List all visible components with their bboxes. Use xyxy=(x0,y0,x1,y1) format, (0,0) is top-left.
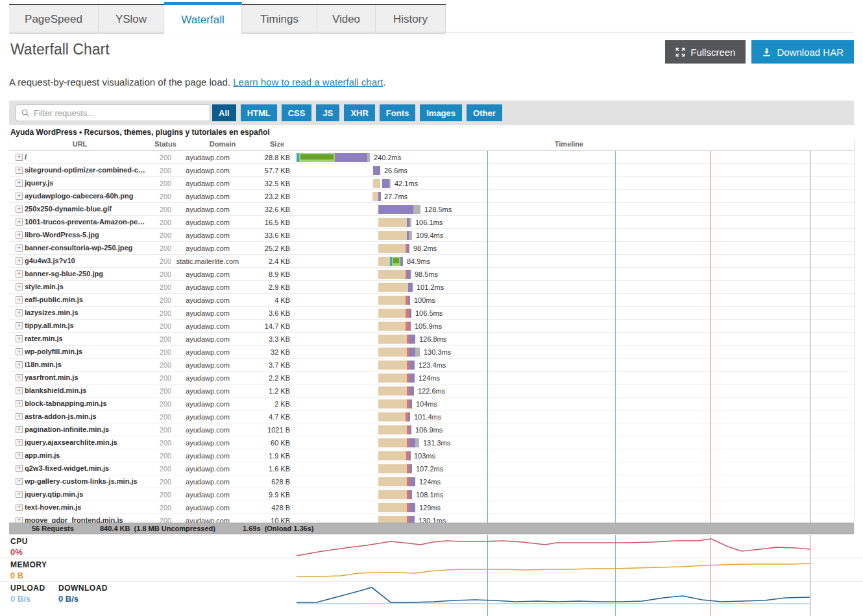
request-size: 1.6 KB xyxy=(247,465,290,473)
request-url: rater.min.js xyxy=(25,335,63,342)
summary-total-time: 1.69s (Onload 1.36s) xyxy=(243,525,313,532)
expand-row-button[interactable]: + xyxy=(16,465,23,472)
table-row: +q2w3-fixed-widget.min.js200ayudawp.com1… xyxy=(9,462,854,475)
expand-row-button[interactable]: + xyxy=(16,517,23,523)
waterfall-segment-waiting xyxy=(409,386,414,396)
expand-row-button[interactable]: + xyxy=(16,322,23,329)
waterfall-segment-waiting xyxy=(409,438,415,447)
filter-button-js[interactable]: JS xyxy=(316,104,339,121)
waterfall-help-link[interactable]: Learn how to read a waterfall chart xyxy=(233,77,383,88)
download-har-button-label: Download HAR xyxy=(777,47,844,58)
table-row: +jquery.ajaxsearchlite.min.js200ayudawp.… xyxy=(9,436,854,449)
onload-line xyxy=(711,151,711,523)
filter-button-images[interactable]: Images xyxy=(420,104,462,121)
expand-row-button[interactable]: + xyxy=(16,400,23,407)
request-size: 2.9 KB xyxy=(247,283,290,291)
request-domain: ayudawp.com xyxy=(169,244,247,252)
request-url: q2w3-fixed-widget.min.js xyxy=(25,464,109,472)
request-url: astra-addon-js.min.js xyxy=(25,412,97,420)
request-size: 3.7 KB xyxy=(247,361,290,369)
tabbar-divider xyxy=(9,32,854,32)
request-time: 101.2ms xyxy=(417,283,444,291)
download-icon xyxy=(762,47,772,57)
table-row: +yasrfront.min.js200ayudawp.com2.2 KB124… xyxy=(9,372,854,385)
request-domain: ayudawp.com xyxy=(169,219,247,226)
fullscreen-button[interactable]: Fullscreen xyxy=(665,40,746,64)
expand-row-button[interactable]: + xyxy=(16,426,23,433)
expand-row-button[interactable]: + xyxy=(16,154,23,161)
tab-yslow[interactable]: YSlow xyxy=(99,5,164,34)
filter-button-html[interactable]: HTML xyxy=(241,104,277,121)
memory-value: 0 B xyxy=(10,571,23,580)
request-domain: ayudawp.com xyxy=(169,465,247,473)
expand-row-button[interactable]: + xyxy=(16,309,23,316)
expand-row-button[interactable]: + xyxy=(16,296,23,303)
request-size: 16.5 KB xyxy=(247,219,290,226)
summary-bar: 56 Requests 840.4 KB (1.8 MB Uncompresse… xyxy=(9,523,854,534)
request-size: 60 KB xyxy=(247,439,290,447)
filter-button-fonts[interactable]: Fonts xyxy=(380,104,415,121)
request-time: 106.5ms xyxy=(415,309,443,317)
request-rows: +/200ayudawp.com28.8 KB240.2ms+sitegroun… xyxy=(0,151,863,523)
expand-row-button[interactable]: + xyxy=(16,452,23,459)
tab-history[interactable]: History xyxy=(376,5,446,34)
expand-row-button[interactable]: + xyxy=(16,257,23,265)
expand-row-button[interactable]: + xyxy=(16,167,23,174)
waterfall-segment-waiting xyxy=(373,166,380,175)
table-row: +i18n.min.js200ayudawp.com3.7 KB123.4ms xyxy=(9,359,854,372)
filter-button-css[interactable]: CSS xyxy=(282,104,312,121)
table-row: +jquery.js200ayudawp.com32.5 KB42.1ms xyxy=(9,177,854,190)
request-time: 122.6ms xyxy=(418,387,445,395)
filter-requests-input[interactable] xyxy=(34,108,204,118)
tab-waterfall[interactable]: Waterfall xyxy=(164,2,242,35)
expand-row-button[interactable]: + xyxy=(16,270,23,278)
expand-row-button[interactable]: + xyxy=(16,413,23,420)
expand-row-button[interactable]: + xyxy=(16,180,23,187)
expand-row-button[interactable]: + xyxy=(16,387,23,394)
filter-bar: AllHTMLCSSJSXHRFontsImagesOther xyxy=(9,101,854,125)
request-domain: ayudawp.com xyxy=(169,478,247,486)
expand-row-button[interactable]: + xyxy=(16,193,23,200)
table-header: URLStatusDomainSizeTimeline xyxy=(9,139,854,151)
expand-row-button[interactable]: + xyxy=(16,219,23,226)
waterfall-segment-blocking xyxy=(378,516,407,523)
request-domain: ayudawp.com xyxy=(169,439,247,447)
request-domain: ayudawp.com xyxy=(169,270,247,278)
request-time: 108.1ms xyxy=(416,491,443,499)
expand-row-button[interactable]: + xyxy=(16,244,23,252)
expand-row-button[interactable]: + xyxy=(16,504,23,511)
waterfall-segment-blocking xyxy=(378,386,407,396)
expand-row-button[interactable]: + xyxy=(16,206,23,213)
expand-row-button[interactable]: + xyxy=(16,491,23,498)
expand-row-button[interactable]: + xyxy=(16,478,23,485)
expand-row-button[interactable]: + xyxy=(16,348,23,355)
request-size: 1021 B xyxy=(247,426,290,434)
column-header-timeline: Timeline xyxy=(297,140,842,148)
expand-row-button[interactable]: + xyxy=(16,231,23,239)
waterfall-segment-blocking xyxy=(378,373,407,383)
request-size: 8.9 KB xyxy=(247,270,290,278)
filter-button-xhr[interactable]: XHR xyxy=(344,104,374,121)
download-value: 0 B/s xyxy=(58,594,79,604)
waterfall-segment-blocking xyxy=(378,503,407,512)
download-label: DOWNLOAD xyxy=(58,584,108,593)
tab-video[interactable]: Video xyxy=(317,5,376,34)
waterfall-segment-waiting xyxy=(409,322,411,331)
expand-row-button[interactable]: + xyxy=(16,374,23,381)
table-row: +wp-polyfill.min.js200ayudawp.com32 KB13… xyxy=(9,346,854,359)
request-domain: ayudawp.com xyxy=(169,387,247,395)
expand-row-button[interactable]: + xyxy=(16,335,23,342)
upload-value: 0 B/s xyxy=(10,594,30,604)
waterfall-segment-blocking xyxy=(372,192,378,201)
expand-row-button[interactable]: + xyxy=(16,283,23,290)
tab-pagespeed[interactable]: PageSpeed xyxy=(9,5,99,34)
request-time: 42.1ms xyxy=(395,180,418,187)
tab-timings[interactable]: Timings xyxy=(242,5,317,34)
filter-button-other[interactable]: Other xyxy=(467,104,502,121)
expand-row-button[interactable]: + xyxy=(16,361,23,368)
table-row: +app.min.js200ayudawp.com1.9 KB103ms xyxy=(9,449,854,462)
download-har-button[interactable]: Download HAR xyxy=(751,40,854,64)
filter-button-all[interactable]: All xyxy=(212,104,236,121)
request-url: banner-sg-blue-250.jpg xyxy=(25,270,103,278)
expand-row-button[interactable]: + xyxy=(16,439,23,446)
